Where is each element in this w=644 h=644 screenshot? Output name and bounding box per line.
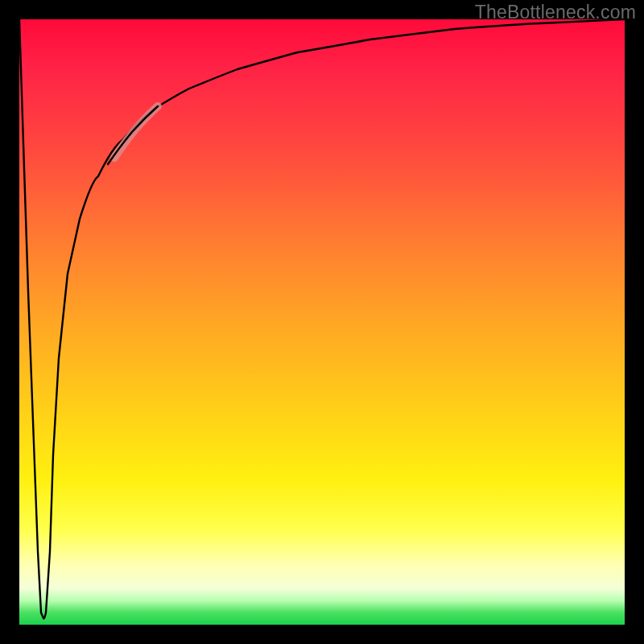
watermark-text: TheBottleneck.com [475, 2, 636, 23]
curve-layer [19, 19, 625, 625]
bottleneck-curve [19, 19, 625, 618]
chart-stage: TheBottleneck.com [0, 0, 644, 644]
curve-highlight [114, 106, 158, 158]
plot-area [19, 19, 625, 625]
